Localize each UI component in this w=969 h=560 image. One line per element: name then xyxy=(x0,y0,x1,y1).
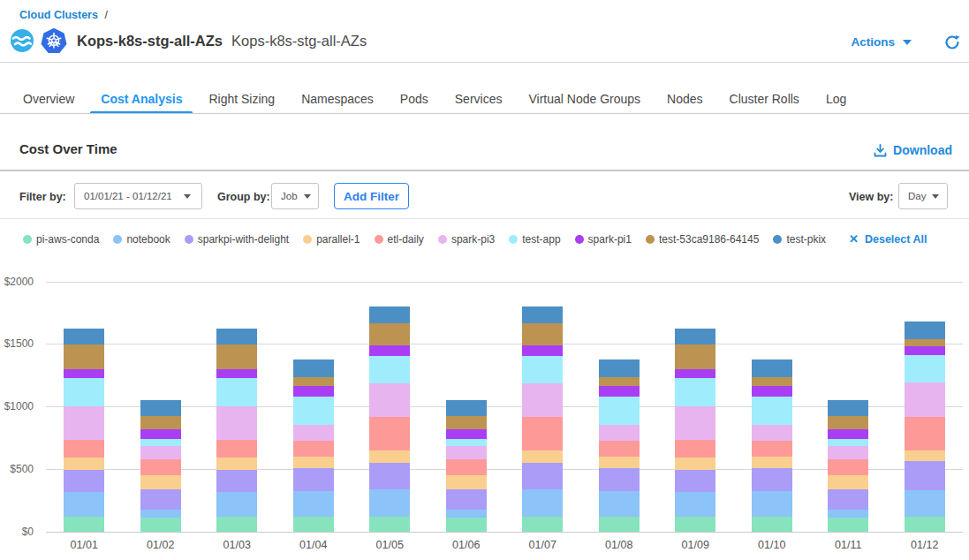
tab-bar: OverviewCost AnalysisRight SizingNamespa… xyxy=(12,83,862,114)
bar-segment-01/05-test-app xyxy=(369,356,410,383)
legend-item-pi-aws-conda[interactable]: pi-aws-conda xyxy=(23,233,99,246)
legend-item-test-53ca9186-64145[interactable]: test-53ca9186-64145 xyxy=(646,233,759,246)
download-button[interactable]: Download xyxy=(874,143,952,157)
legend-item-parallel-1[interactable]: parallel-1 xyxy=(303,233,360,246)
bar-segment-01/04-test-app xyxy=(293,397,334,425)
bar-segment-01/07-spark-pi1 xyxy=(522,345,563,355)
bar-segment-01/07-spark-pi3 xyxy=(522,383,563,417)
chevron-down-icon xyxy=(903,40,912,45)
filter-by-label: Filter by: xyxy=(19,191,66,203)
legend-label: notebook xyxy=(126,233,170,246)
add-filter-button[interactable]: Add Filter xyxy=(334,183,409,209)
bar-segment-01/10-test-app xyxy=(752,397,792,425)
divider xyxy=(0,113,969,114)
bar-segment-01/02-etl-daily xyxy=(140,459,181,476)
tab-virtual-node-groups[interactable]: Virtual Node Groups xyxy=(518,83,651,114)
legend-item-sparkpi-with-delight[interactable]: sparkpi-with-delight xyxy=(185,233,289,246)
bar-segment-01/01-test-53ca9186-64145 xyxy=(64,344,104,369)
x-axis-label: 01/12 xyxy=(898,539,951,551)
bar-segment-01/05-parallel-1 xyxy=(369,450,410,462)
y-axis-label: $0 xyxy=(0,526,34,538)
tab-overview[interactable]: Overview xyxy=(12,83,85,114)
bar-segment-01/12-etl-daily xyxy=(905,417,945,450)
actions-button[interactable]: Actions xyxy=(851,35,912,49)
refresh-icon[interactable] xyxy=(944,34,960,50)
view-by-dropdown[interactable]: Day xyxy=(898,183,948,209)
cluster-subtitle: Kops-k8s-stg-all-AZs xyxy=(231,33,367,49)
bar-segment-01/12-test-pkix xyxy=(905,322,945,338)
bar-segment-01/01-test-app xyxy=(64,378,104,406)
x-axis-label: 01/02 xyxy=(134,539,187,551)
tab-namespaces[interactable]: Namespaces xyxy=(291,83,384,114)
legend-item-spark-pi1[interactable]: spark-pi1 xyxy=(575,233,632,246)
legend-item-spark-pi3[interactable]: spark-pi3 xyxy=(438,233,495,246)
bar-segment-01/08-spark-pi3 xyxy=(599,425,640,441)
bar-segment-01/08-sparkpi-with-delight xyxy=(599,468,640,490)
date-range-value: 01/01/21 - 01/12/21 xyxy=(84,191,172,201)
breadcrumb-link-cloud-clusters[interactable]: Cloud Clusters xyxy=(19,9,98,21)
bar-segment-01/12-spark-pi3 xyxy=(905,382,945,417)
bar-segment-01/02-spark-pi1 xyxy=(140,429,181,439)
legend-item-etl-daily[interactable]: etl-daily xyxy=(375,233,424,246)
legend-dot xyxy=(185,235,193,244)
tab-services[interactable]: Services xyxy=(444,83,513,114)
bar-segment-01/07-etl-daily xyxy=(522,417,563,450)
bar-segment-01/06-etl-daily xyxy=(446,459,487,476)
bar-segment-01/09-test-app xyxy=(675,378,715,406)
bar-segment-01/12-parallel-1 xyxy=(905,450,945,461)
bar-segment-01/10-etl-daily xyxy=(752,441,792,457)
bar-segment-01/06-spark-pi1 xyxy=(446,429,487,439)
bar-segment-01/09-test-53ca9186-64145 xyxy=(675,344,715,369)
tab-cluster-rolls[interactable]: Cluster Rolls xyxy=(719,83,810,114)
deselect-all-button[interactable]: ✕Deselect All xyxy=(849,232,927,246)
legend-item-test-pkix[interactable]: test-pkix xyxy=(773,233,826,246)
bar-segment-01/08-parallel-1 xyxy=(599,457,640,468)
x-axis-label: 01/11 xyxy=(821,539,874,551)
bar-segment-01/04-etl-daily xyxy=(293,441,334,457)
tab-cost-analysis[interactable]: Cost Analysis xyxy=(90,83,193,114)
bar-segment-01/06-spark-pi3 xyxy=(446,446,487,459)
view-by-value: Day xyxy=(908,191,926,201)
bar-segment-01/05-test-53ca9186-64145 xyxy=(369,323,410,345)
group-by-value: Job xyxy=(281,191,298,201)
bar-segment-01/02-spark-pi3 xyxy=(140,446,181,459)
bar-segment-01/11-test-pkix xyxy=(828,400,868,416)
legend: pi-aws-condanotebooksparkpi-with-delight… xyxy=(23,232,927,246)
legend-label: spark-pi1 xyxy=(588,233,632,246)
bar-segment-01/12-test-53ca9186-64145 xyxy=(905,339,945,346)
bar-segment-01/11-test-53ca9186-64145 xyxy=(828,416,868,429)
bar-segment-01/07-test-pkix xyxy=(522,306,563,323)
bar-segment-01/08-test-53ca9186-64145 xyxy=(599,377,640,386)
bar-segment-01/12-pi-aws-conda xyxy=(905,517,945,532)
x-axis-label: 01/05 xyxy=(363,539,416,551)
chevron-down-icon xyxy=(304,194,311,199)
divider xyxy=(0,218,969,219)
bar-segment-01/05-pi-aws-conda xyxy=(369,517,410,532)
legend-label: sparkpi-with-delight xyxy=(198,233,289,246)
date-range-dropdown[interactable]: 01/01/21 - 01/12/21 xyxy=(74,183,202,209)
bar-segment-01/10-spark-pi1 xyxy=(752,386,792,397)
tab-nodes[interactable]: Nodes xyxy=(656,83,713,114)
legend-item-notebook[interactable]: notebook xyxy=(113,233,170,246)
bar-segment-01/09-spark-pi1 xyxy=(675,369,715,378)
x-axis-label: 01/04 xyxy=(287,539,340,551)
legend-label: test-pkix xyxy=(786,233,826,246)
legend-item-test-app[interactable]: test-app xyxy=(509,233,560,246)
legend-dot xyxy=(575,235,584,244)
bar-segment-01/03-pi-aws-conda xyxy=(216,517,257,532)
legend-label: test-53ca9186-64145 xyxy=(659,233,759,246)
view-by-label: View by: xyxy=(849,191,893,203)
tab-right-sizing[interactable]: Right Sizing xyxy=(198,83,285,114)
tab-pods[interactable]: Pods xyxy=(390,83,439,114)
bar-segment-01/10-spark-pi3 xyxy=(752,425,792,441)
group-by-dropdown[interactable]: Job xyxy=(271,183,319,209)
group-by-label: Group by: xyxy=(217,191,270,203)
bar-segment-01/06-notebook xyxy=(446,510,487,518)
bar-segment-01/09-spark-pi3 xyxy=(675,406,715,440)
bar-segment-01/12-notebook xyxy=(905,490,945,517)
bar-segment-01/11-test-app xyxy=(828,439,868,446)
bar-segment-01/07-parallel-1 xyxy=(522,450,563,462)
chevron-down-icon xyxy=(184,194,191,199)
x-icon: ✕ xyxy=(849,232,859,246)
tab-log[interactable]: Log xyxy=(815,83,857,114)
